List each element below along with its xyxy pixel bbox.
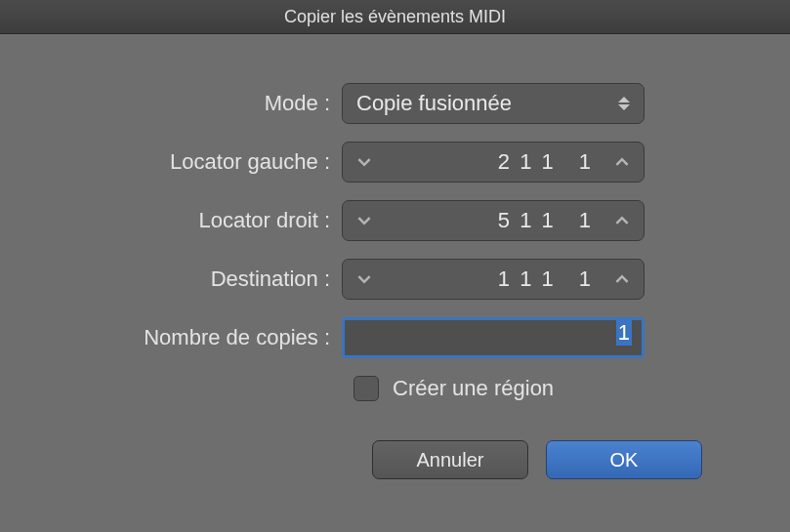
copies-label: Nombre de copies : bbox=[59, 325, 342, 350]
row-mode: Mode : Copie fusionnée bbox=[59, 83, 731, 124]
button-row: Annuler OK bbox=[59, 440, 731, 479]
copies-value: 1 bbox=[616, 319, 632, 346]
row-copies: Nombre de copies : 1 bbox=[59, 317, 731, 358]
window-titlebar: Copier les évènements MIDI bbox=[0, 0, 790, 34]
mode-select[interactable]: Copie fusionnée bbox=[342, 83, 644, 124]
row-left-locator: Locator gauche : 2 1 11 bbox=[59, 142, 731, 183]
right-locator-label: Locator droit : bbox=[59, 208, 342, 233]
window-title: Copier les évènements MIDI bbox=[284, 7, 506, 27]
row-destination: Destination : 1 1 11 bbox=[59, 259, 731, 300]
dropdown-arrows-icon bbox=[618, 97, 630, 110]
chevron-up-icon[interactable] bbox=[612, 211, 632, 230]
left-locator-label: Locator gauche : bbox=[59, 149, 342, 175]
chevron-down-icon[interactable] bbox=[354, 269, 374, 289]
create-region-label: Créer une région bbox=[393, 376, 554, 401]
right-locator-stepper[interactable]: 5 1 11 bbox=[342, 200, 644, 241]
right-locator-value: 5 1 11 bbox=[374, 208, 612, 233]
chevron-down-icon[interactable] bbox=[354, 211, 374, 230]
ok-button[interactable]: OK bbox=[546, 440, 702, 479]
destination-stepper[interactable]: 1 1 11 bbox=[342, 259, 644, 300]
mode-label: Mode : bbox=[59, 91, 342, 116]
row-create-region: Créer une région bbox=[353, 376, 731, 401]
chevron-up-icon[interactable] bbox=[612, 152, 632, 172]
dialog-content: Mode : Copie fusionnée Locator gauche : … bbox=[0, 34, 790, 509]
chevron-up-icon[interactable] bbox=[612, 269, 632, 289]
chevron-down-icon[interactable] bbox=[354, 152, 374, 172]
create-region-checkbox[interactable] bbox=[353, 376, 379, 401]
left-locator-stepper[interactable]: 2 1 11 bbox=[342, 142, 644, 183]
destination-value: 1 1 11 bbox=[374, 266, 612, 292]
left-locator-value: 2 1 11 bbox=[374, 149, 612, 175]
mode-select-value: Copie fusionnée bbox=[356, 91, 512, 116]
row-right-locator: Locator droit : 5 1 11 bbox=[59, 200, 731, 241]
cancel-button[interactable]: Annuler bbox=[372, 440, 528, 479]
copies-input[interactable]: 1 bbox=[342, 317, 644, 358]
destination-label: Destination : bbox=[59, 266, 342, 292]
